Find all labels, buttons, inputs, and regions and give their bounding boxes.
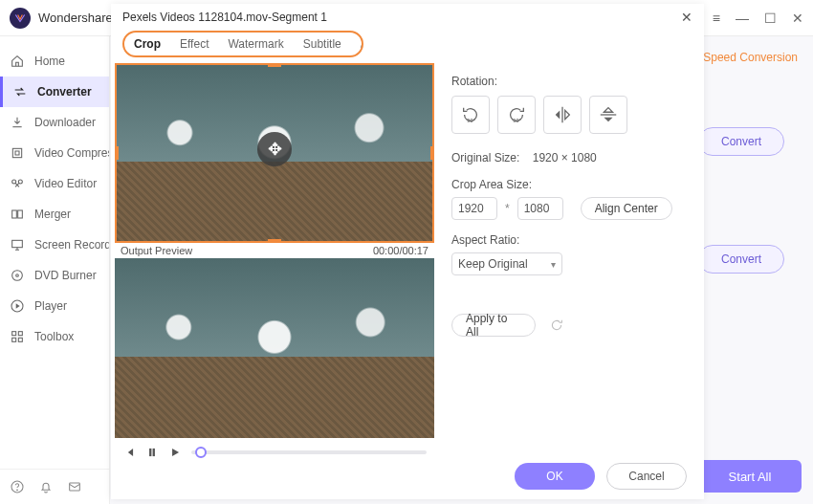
player-icon: [10, 298, 25, 314]
rotation-label: Rotation:: [451, 75, 689, 88]
merger-icon: [10, 207, 25, 222]
tab-subtitle[interactable]: Subtitle: [294, 33, 351, 55]
menu-icon[interactable]: ≡: [713, 11, 720, 26]
svg-point-7: [16, 274, 19, 277]
crop-handle-bottom[interactable]: [268, 239, 281, 243]
tab-crop[interactable]: Crop: [124, 33, 170, 55]
sidebar-item-home[interactable]: Home: [0, 46, 109, 77]
svg-rect-4: [18, 210, 23, 218]
reset-icon[interactable]: [549, 318, 564, 333]
minimize-icon[interactable]: —: [736, 11, 749, 26]
seek-knob[interactable]: [195, 447, 207, 458]
svg-rect-11: [12, 338, 16, 341]
svg-rect-5: [12, 240, 23, 247]
toolbox-icon: [10, 329, 25, 344]
sidebar-item-toolbox[interactable]: Toolbox: [0, 321, 109, 352]
svg-rect-15: [70, 483, 80, 491]
sidebar-item-label: Player: [34, 299, 67, 313]
sidebar-item-merger[interactable]: Merger: [0, 199, 109, 230]
sidebar-item-label: DVD Burner: [34, 269, 97, 282]
home-icon: [10, 54, 25, 69]
crop-preview[interactable]: ✥: [115, 63, 434, 243]
flip-vertical-button[interactable]: [589, 96, 627, 134]
close-icon[interactable]: ✕: [792, 11, 803, 26]
sidebar-item-player[interactable]: Player: [0, 291, 109, 321]
sidebar-item-label: Home: [34, 55, 65, 68]
sidebar-item-label: Merger: [34, 208, 71, 221]
svg-rect-9: [12, 332, 16, 336]
convert-button-2[interactable]: Convert: [698, 245, 784, 274]
flip-horizontal-button[interactable]: [543, 96, 582, 134]
pause-button[interactable]: [145, 446, 159, 459]
svg-text:90°: 90°: [513, 118, 520, 123]
speed-conversion-link[interactable]: Speed Conversion: [703, 51, 798, 64]
original-size-label: Original Size:: [451, 151, 519, 164]
svg-rect-10: [18, 332, 22, 336]
aspect-ratio-label: Aspect Ratio:: [451, 233, 689, 247]
sidebar-item-label: Downloader: [34, 116, 96, 129]
cancel-button[interactable]: Cancel: [606, 463, 687, 490]
apply-to-all-button[interactable]: Apply to All: [451, 314, 536, 337]
output-preview-label: Output Preview: [121, 245, 192, 256]
prev-frame-button[interactable]: [122, 446, 136, 459]
downloader-icon: [10, 115, 25, 130]
svg-rect-16: [149, 449, 151, 456]
converter-icon: [12, 84, 28, 99]
play-button[interactable]: [168, 446, 182, 459]
dialog-close-icon[interactable]: ✕: [681, 10, 692, 25]
svg-rect-3: [12, 210, 17, 218]
aspect-ratio-select[interactable]: Keep Original ▾: [451, 252, 562, 275]
sidebar-item-label: Video Compres: [34, 146, 109, 160]
sidebar-item-label: Toolbox: [34, 330, 74, 343]
editor-icon: [10, 176, 25, 191]
editor-tabs: CropEffectWatermarkSubtitleAudio: [122, 31, 363, 57]
tab-watermark[interactable]: Watermark: [218, 33, 293, 55]
tab-audio[interactable]: Audio: [351, 33, 363, 55]
crop-handle-left[interactable]: [115, 146, 119, 160]
sidebar-item-compressor[interactable]: Video Compres: [0, 138, 109, 168]
svg-text:90°: 90°: [467, 118, 474, 123]
crop-height-input[interactable]: 1080: [517, 197, 563, 220]
aspect-ratio-value: Keep Original: [458, 257, 528, 271]
align-center-button[interactable]: Align Center: [581, 197, 672, 220]
time-display: 00:00/00:17: [373, 245, 428, 256]
help-icon[interactable]: [10, 479, 25, 494]
rotate-ccw-button[interactable]: 90°: [451, 96, 490, 134]
sidebar-item-label: Video Editor: [34, 177, 97, 190]
tab-effect[interactable]: Effect: [170, 33, 218, 55]
dvd-icon: [10, 268, 25, 283]
editor-dialog: Pexels Videos 1128104.mov-Segment 1 ✕ Cr…: [111, 4, 704, 499]
sidebar-item-recorder[interactable]: Screen Recorde: [0, 230, 109, 260]
convert-button-1[interactable]: Convert: [698, 127, 784, 156]
dialog-title: Pexels Videos 1128104.mov-Segment 1: [122, 11, 327, 24]
crop-area-label: Crop Area Size:: [451, 178, 689, 191]
dimension-separator: *: [505, 202, 510, 215]
sidebar-item-downloader[interactable]: Downloader: [0, 107, 109, 138]
svg-rect-17: [153, 449, 155, 456]
original-size-value: 1920 × 1080: [533, 151, 597, 164]
move-crop-handle[interactable]: ✥: [257, 132, 292, 166]
svg-rect-0: [12, 148, 21, 157]
bell-icon[interactable]: [38, 479, 54, 494]
rotate-cw-button[interactable]: 90°: [497, 96, 536, 134]
svg-rect-12: [18, 338, 22, 341]
crop-handle-right[interactable]: [430, 146, 434, 160]
seek-slider[interactable]: [191, 450, 427, 454]
playback-controls: [115, 438, 434, 459]
ok-button[interactable]: OK: [515, 463, 595, 490]
mail-icon[interactable]: [67, 479, 82, 494]
start-all-button[interactable]: Start All: [698, 460, 802, 493]
compressor-icon: [10, 145, 25, 161]
output-preview: [115, 258, 434, 438]
svg-point-6: [12, 271, 23, 281]
sidebar: HomeConverterDownloaderVideo CompresVide…: [0, 36, 110, 504]
app-name: Wondershare: [38, 11, 113, 25]
crop-width-input[interactable]: 1920: [451, 197, 497, 220]
maximize-icon[interactable]: ☐: [764, 11, 777, 26]
crop-handle-top[interactable]: [268, 63, 281, 67]
sidebar-item-editor[interactable]: Video Editor: [0, 168, 109, 199]
app-logo: [10, 8, 31, 29]
sidebar-item-converter[interactable]: Converter: [0, 77, 109, 107]
sidebar-item-label: Converter: [37, 85, 92, 99]
sidebar-item-dvd[interactable]: DVD Burner: [0, 260, 109, 291]
